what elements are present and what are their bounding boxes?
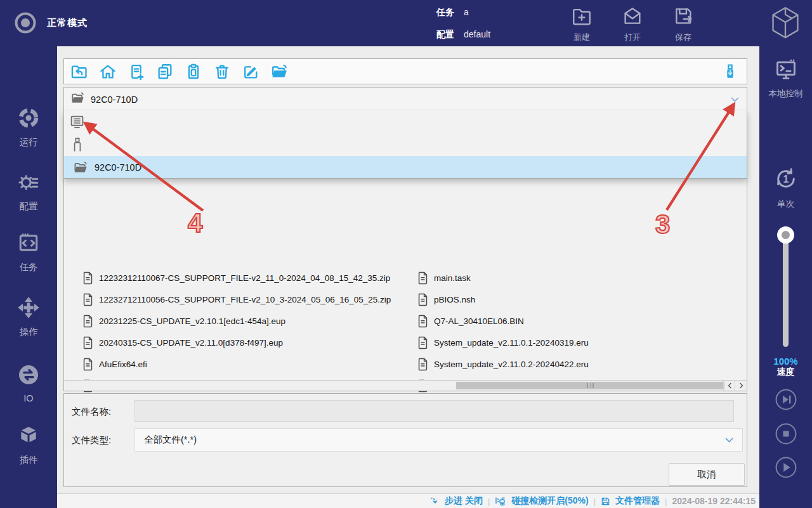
sidebar-item-operate[interactable]: 操作 (0, 296, 57, 338)
file-item[interactable]: AfuEfix64.efi (82, 353, 416, 375)
sidebar-label: 操作 (20, 326, 38, 338)
step-mode-status[interactable]: 步进 关闭 (445, 495, 483, 507)
copy-icon[interactable] (156, 63, 174, 81)
app-window: 正常模式 任务 a 配置 default 新建 打开 (0, 0, 812, 508)
config-icon (17, 171, 40, 196)
scroll-left-button[interactable] (723, 381, 735, 391)
save-task-button[interactable]: 保存 (663, 5, 704, 43)
horizontal-scrollbar[interactable] (64, 380, 747, 391)
stop-button[interactable] (759, 421, 812, 449)
speed-readout: 100% 速度 (759, 356, 812, 377)
single-cycle-icon: 1 (773, 166, 799, 195)
status-separator: | (665, 497, 667, 506)
dropdown-item-folder[interactable]: 92C0-710D (64, 156, 747, 178)
move-arrows-icon (17, 296, 40, 322)
dropdown-item-usb[interactable] (64, 133, 747, 156)
local-control-item[interactable]: 本地控制 (759, 58, 812, 100)
right-sidebar: 本地控制 1 单次 100% 速度 (759, 46, 812, 508)
file-name: main.task (434, 273, 471, 283)
open-task-button[interactable]: 打开 (612, 5, 653, 43)
sidebar-item-task[interactable]: 任务 (0, 231, 57, 273)
task-icon (17, 231, 40, 257)
usb-drive-icon[interactable] (721, 63, 739, 81)
task-row: 任务 a (436, 7, 469, 18)
path-bar[interactable]: 92C0-710D (64, 88, 747, 112)
cancel-button[interactable]: 取消 (669, 463, 745, 486)
mode-indicator-icon (14, 11, 37, 37)
stop-icon (773, 421, 799, 449)
file-item[interactable]: 12232312110067-CS_SUPPORT_FILE-v2_11_0-2… (82, 267, 416, 289)
file-name: pBIOS.nsh (434, 295, 475, 304)
file-item[interactable]: 20240315-CS_UPDATE_v2.11.0[d378-f497].eu… (82, 332, 416, 353)
dropdown-item-label: 92C0-710D (95, 162, 141, 173)
home-icon[interactable] (99, 63, 117, 81)
delete-icon[interactable] (213, 63, 231, 81)
svg-text:1: 1 (783, 174, 789, 185)
scroll-right-button[interactable] (735, 381, 747, 391)
collision-status[interactable]: 碰撞检测开启(50%) (511, 495, 588, 507)
file-manager-status[interactable]: 文件管理器 (615, 495, 660, 507)
step-forward-button[interactable] (759, 387, 812, 415)
status-timestamp: 2024-08-19 22:44:15 (672, 496, 756, 506)
file-icon (82, 336, 93, 349)
filetype-select[interactable]: 全部文件(*.*) (134, 428, 743, 452)
cancel-label: 取消 (697, 469, 716, 481)
file-name: 12232712110056-CS_SUPPORT_FILE-v2_10_3-2… (99, 295, 391, 304)
sidebar-item-config[interactable]: 配置 (0, 171, 57, 212)
folder-up-icon[interactable] (70, 63, 88, 81)
top-bar: 正常模式 任务 a 配置 default 新建 打开 (0, 0, 812, 46)
config-row: 配置 default (436, 29, 490, 41)
usb-outline-icon (70, 136, 85, 153)
dropdown-item-local-panel[interactable] (64, 111, 747, 133)
sidebar-item-run[interactable]: 运行 (0, 107, 57, 148)
file-item[interactable]: 20231225-CS_UPDATE_v2.10.1[edc1-454a].eu… (82, 310, 416, 332)
current-path: 92C0-710D (91, 94, 138, 105)
file-name: 12232312110067-CS_SUPPORT_FILE-v2_11_0-2… (99, 273, 390, 283)
sidebar-label: 运行 (20, 136, 38, 148)
status-separator: | (488, 497, 490, 506)
play-icon (773, 455, 799, 483)
single-run-item[interactable]: 1 单次 (759, 166, 812, 210)
file-name: System_update_v2.11.0.2-20240422.eru (434, 360, 589, 369)
file-item[interactable]: 12232712110056-CS_SUPPORT_FILE-v2_10_3-2… (82, 289, 416, 310)
new-task-button[interactable]: 新建 (561, 5, 602, 43)
filename-input[interactable] (134, 400, 734, 422)
speed-value: 100% (759, 356, 812, 367)
current-folder-icon (70, 91, 85, 108)
open-folder-icon[interactable] (270, 63, 288, 81)
sidebar-item-io[interactable]: IO (0, 363, 57, 403)
left-sidebar: 运行 配置 任务 (0, 46, 57, 508)
sidebar-label: 插件 (20, 454, 38, 466)
scrollbar-thumb[interactable] (456, 382, 724, 389)
path-dropdown-toggle[interactable] (726, 93, 743, 107)
file-icon (82, 293, 93, 306)
new-file-icon[interactable] (128, 63, 145, 81)
file-name: 20240315-CS_UPDATE_v2.11.0[d378-f497].eu… (99, 338, 283, 348)
filename-label: 文件名称: (72, 406, 111, 418)
collision-icon (495, 497, 506, 506)
file-item[interactable]: System_update_v2.11.0.1-20240319.eru (417, 332, 744, 353)
speed-slider-knob[interactable] (777, 226, 794, 244)
file-item[interactable]: main.task (417, 267, 744, 289)
file-item[interactable]: System_update_v2.11.0.2-20240422.eru (417, 353, 744, 375)
sidebar-label: 配置 (20, 200, 38, 212)
file-icon (417, 271, 428, 285)
filetype-label: 文件类型: (72, 434, 111, 446)
sidebar-item-plugin[interactable]: 插件 (0, 424, 57, 466)
task-value: a (464, 7, 469, 18)
file-manager-icon (601, 497, 610, 506)
paste-icon[interactable] (185, 63, 202, 81)
file-icon (417, 336, 428, 349)
plugin-cube-icon (17, 424, 40, 450)
speed-slider-track[interactable] (783, 234, 789, 347)
play-button[interactable] (759, 455, 812, 483)
status-separator: | (594, 497, 596, 506)
file-item[interactable]: Q7-AL_30410EL06.BIN (417, 310, 744, 332)
rename-icon[interactable] (242, 63, 259, 81)
file-form-panel: 文件名称: 文件类型: 全部文件(*.*) 取消 (63, 393, 747, 487)
save-icon (672, 5, 694, 29)
sidebar-label: IO (23, 393, 33, 403)
sidebar-label: 任务 (20, 261, 38, 273)
file-name: Q7-AL_30410EL06.BIN (434, 316, 524, 326)
file-item[interactable]: pBIOS.nsh (417, 289, 744, 310)
